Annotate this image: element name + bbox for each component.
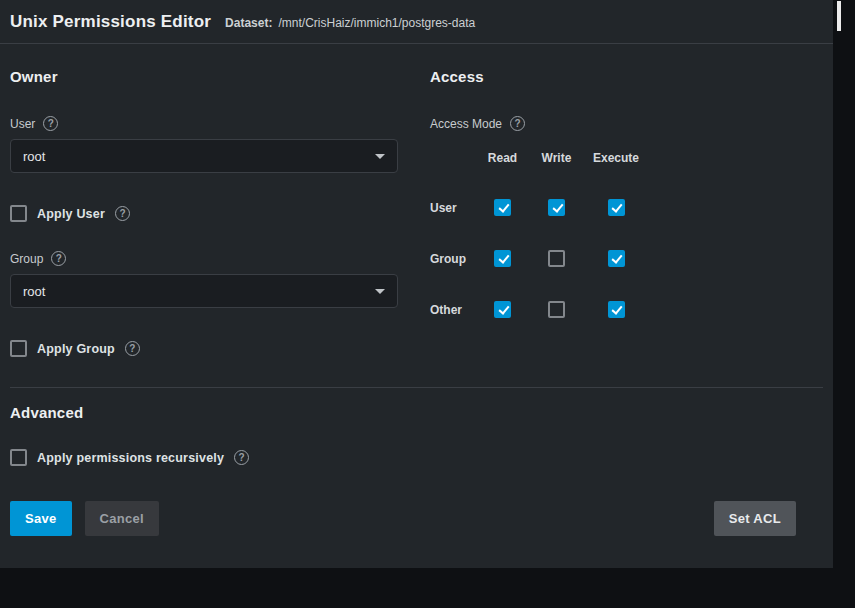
user-field-label: User ?: [10, 116, 398, 131]
user-label: User: [10, 117, 35, 131]
access-cell: [476, 250, 529, 267]
group-select-value: root: [23, 284, 45, 299]
access-cell: [584, 250, 648, 267]
access-row: Other: [430, 301, 823, 318]
owner-section-title: Owner: [10, 68, 398, 85]
apply-user-label: Apply User: [37, 207, 105, 221]
access-row: User: [430, 199, 823, 216]
access-cell: [529, 301, 584, 318]
unix-permissions-editor-card: Unix Permissions Editor Dataset:/mnt/Cri…: [0, 0, 833, 568]
group-select[interactable]: root: [10, 274, 398, 308]
access-mode-label: Access Mode: [430, 117, 502, 131]
access-cell: [529, 250, 584, 267]
dataset-info: Dataset:/mnt/CrisHaiz/immich1/postgres-d…: [225, 16, 475, 30]
help-icon[interactable]: ?: [43, 116, 58, 131]
page-title: Unix Permissions Editor: [10, 12, 211, 32]
access-row-label: User: [430, 201, 476, 215]
help-icon[interactable]: ?: [125, 341, 140, 356]
access-cell: [584, 301, 648, 318]
card-body: Owner User ? root Apply User ? Group ?: [0, 44, 833, 536]
set-acl-button[interactable]: Set ACL: [714, 501, 796, 536]
help-icon[interactable]: ?: [234, 450, 249, 465]
dataset-label: Dataset:: [225, 16, 272, 30]
access-cell: [584, 199, 648, 216]
apply-recursively-checkbox[interactable]: [10, 449, 27, 466]
card-header: Unix Permissions Editor Dataset:/mnt/Cri…: [0, 0, 833, 44]
access-row: Group: [430, 250, 823, 267]
user-select[interactable]: root: [10, 139, 398, 173]
checkbox-other-write[interactable]: [548, 301, 565, 318]
apply-group-row: Apply Group ?: [10, 340, 398, 357]
checkbox-user-execute[interactable]: [608, 199, 625, 216]
access-row-label: Group: [430, 252, 476, 266]
apply-group-checkbox[interactable]: [10, 340, 27, 357]
chevron-down-icon: [375, 289, 385, 294]
apply-group-label: Apply Group: [37, 342, 115, 356]
access-col-execute: Execute: [584, 151, 648, 165]
access-col-write: Write: [529, 151, 584, 165]
checkbox-group-read[interactable]: [494, 250, 511, 267]
access-col-read: Read: [476, 151, 529, 165]
checkbox-other-read[interactable]: [494, 301, 511, 318]
scrollbar[interactable]: [837, 1, 841, 31]
group-label: Group: [10, 252, 43, 266]
save-button[interactable]: Save: [10, 501, 72, 536]
checkbox-user-read[interactable]: [494, 199, 511, 216]
access-section: Access Access Mode ? Read Write Execute …: [430, 44, 823, 357]
advanced-section: Advanced Apply permissions recursively ?: [10, 387, 823, 466]
access-cell: [476, 199, 529, 216]
help-icon[interactable]: ?: [115, 206, 130, 221]
advanced-section-title: Advanced: [10, 404, 823, 421]
form-columns: Owner User ? root Apply User ? Group ?: [10, 44, 823, 357]
checkbox-user-write[interactable]: [548, 199, 565, 216]
access-row-label: Other: [430, 303, 476, 317]
checkbox-group-execute[interactable]: [608, 250, 625, 267]
apply-recursively-label: Apply permissions recursively: [37, 451, 224, 465]
access-section-title: Access: [430, 68, 823, 85]
help-icon[interactable]: ?: [51, 251, 66, 266]
access-table-header: Read Write Execute: [430, 151, 823, 165]
apply-user-checkbox[interactable]: [10, 205, 27, 222]
chevron-down-icon: [375, 154, 385, 159]
group-field-label: Group ?: [10, 251, 398, 266]
dataset-path: /mnt/CrisHaiz/immich1/postgres-data: [278, 16, 475, 30]
cancel-button[interactable]: Cancel: [85, 501, 159, 536]
apply-user-row: Apply User ?: [10, 205, 398, 222]
user-select-value: root: [23, 149, 45, 164]
actions-bar: Save Cancel Set ACL: [10, 501, 823, 536]
checkbox-other-execute[interactable]: [608, 301, 625, 318]
access-mode-label-row: Access Mode ?: [430, 116, 823, 131]
access-cell: [476, 301, 529, 318]
owner-section: Owner User ? root Apply User ? Group ?: [10, 44, 398, 357]
help-icon[interactable]: ?: [510, 116, 525, 131]
recursive-row: Apply permissions recursively ?: [10, 449, 823, 466]
access-cell: [529, 199, 584, 216]
checkbox-group-write[interactable]: [548, 250, 565, 267]
access-table: Read Write Execute UserGroupOther: [430, 151, 823, 318]
